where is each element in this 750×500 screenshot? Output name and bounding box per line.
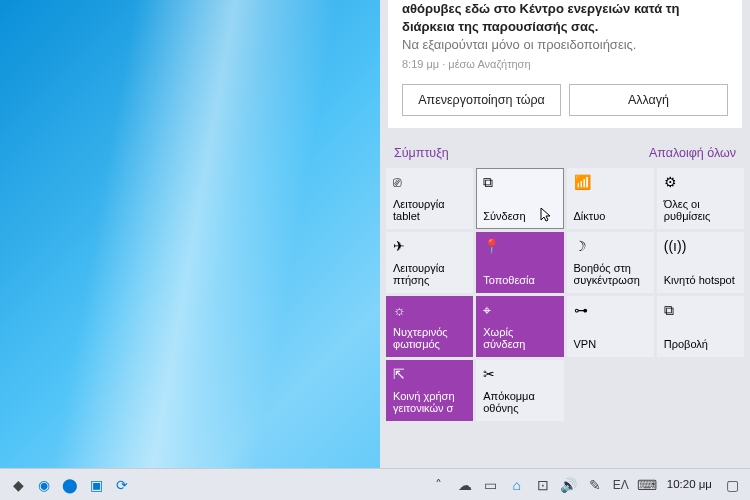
tray-app-icon-1[interactable]: ◆ bbox=[6, 473, 30, 497]
tile-all-settings[interactable]: ⚙ Όλες οι ρυθμίσεις bbox=[657, 168, 744, 229]
moon-icon: ☽ bbox=[574, 238, 647, 256]
tray-app-icon-4[interactable]: ▣ bbox=[84, 473, 108, 497]
tile-night-light[interactable]: ☼ Νυχτερινός φωτισμός bbox=[386, 296, 473, 357]
tray-app-icon-5[interactable]: ⟳ bbox=[110, 473, 134, 497]
tile-vpn[interactable]: ⊶ VPN bbox=[567, 296, 654, 357]
network-icon: 📶 bbox=[574, 174, 647, 192]
tray-clock[interactable]: 10:20 μμ bbox=[661, 478, 718, 491]
tile-location[interactable]: 📍 Τοποθεσία bbox=[476, 232, 563, 293]
airplane-icon: ✈ bbox=[393, 238, 466, 256]
tray-app-icon-2[interactable]: ◉ bbox=[32, 473, 56, 497]
connect-icon: ⧉ bbox=[483, 174, 556, 192]
tile-tablet-mode[interactable]: ⎚ Λειτουργία tablet bbox=[386, 168, 473, 229]
quick-actions-grid: ⎚ Λειτουργία tablet ⧉ Σύνδεση 📶 Δίκτυο ⚙… bbox=[380, 168, 750, 468]
clear-all-link[interactable]: Απαλοιφή όλων bbox=[649, 146, 736, 160]
collapse-link[interactable]: Σύμπτυξη bbox=[394, 146, 449, 160]
bluetooth-icon: ⌖ bbox=[483, 302, 556, 320]
tray-app-icon-3[interactable]: ⬤ bbox=[58, 473, 82, 497]
night-light-icon: ☼ bbox=[393, 302, 466, 320]
hotspot-icon: ((ı)) bbox=[664, 238, 737, 256]
notification-change-button[interactable]: Αλλαγή bbox=[569, 84, 728, 116]
snip-icon: ✂ bbox=[483, 366, 556, 384]
tray-action-center-icon[interactable]: ▢ bbox=[720, 473, 744, 497]
taskbar: ◆ ◉ ⬤ ▣ ⟳ ˄ ☁ ▭ ⌂ ⊡ 🔊 ✎ ΕΛ ⌨ 10:20 μμ ▢ bbox=[0, 468, 750, 500]
tile-bluetooth[interactable]: ⌖ Χωρίς σύνδεση bbox=[476, 296, 563, 357]
tablet-icon: ⎚ bbox=[393, 174, 466, 192]
tile-mobile-hotspot[interactable]: ((ı)) Κινητό hotspot bbox=[657, 232, 744, 293]
tile-project[interactable]: ⧉ Προβολή bbox=[657, 296, 744, 357]
notification-disable-button[interactable]: Απενεργοποίηση τώρα bbox=[402, 84, 561, 116]
desktop-wallpaper bbox=[0, 0, 370, 468]
tile-screen-snip[interactable]: ✂ Απόκομμα οθόνης bbox=[476, 360, 563, 421]
notification-meta: 8:19 μμ · μέσω Αναζήτηση bbox=[402, 58, 728, 70]
notification-card: αθόρυβες εδώ στο Κέντρο ενεργειών κατά τ… bbox=[388, 0, 742, 128]
project-icon: ⧉ bbox=[664, 302, 737, 320]
tray-meet-icon[interactable]: ▭ bbox=[479, 473, 503, 497]
notification-text-bold: αθόρυβες εδώ στο Κέντρο ενεργειών κατά τ… bbox=[402, 0, 728, 35]
gear-icon: ⚙ bbox=[664, 174, 737, 192]
tray-pen-icon[interactable]: ✎ bbox=[583, 473, 607, 497]
tray-chevron-icon[interactable]: ˄ bbox=[427, 473, 451, 497]
vpn-icon: ⊶ bbox=[574, 302, 647, 320]
tray-network-icon[interactable]: ⊡ bbox=[531, 473, 555, 497]
tray-security-icon[interactable]: ⌂ bbox=[505, 473, 529, 497]
tile-network[interactable]: 📶 Δίκτυο bbox=[567, 168, 654, 229]
tile-nearby-sharing[interactable]: ⇱ Κοινή χρήση γειτονικών σ bbox=[386, 360, 473, 421]
tray-onedrive-icon[interactable]: ☁ bbox=[453, 473, 477, 497]
tile-airplane-mode[interactable]: ✈ Λειτουργία πτήσης bbox=[386, 232, 473, 293]
action-center-panel: αθόρυβες εδώ στο Κέντρο ενεργειών κατά τ… bbox=[380, 0, 750, 468]
tile-focus-assist[interactable]: ☽ Βοηθός στη συγκέντρωση bbox=[567, 232, 654, 293]
share-icon: ⇱ bbox=[393, 366, 466, 384]
tray-volume-icon[interactable]: 🔊 bbox=[557, 473, 581, 497]
tray-language[interactable]: ΕΛ bbox=[609, 473, 633, 497]
tile-connect[interactable]: ⧉ Σύνδεση bbox=[476, 168, 563, 229]
location-icon: 📍 bbox=[483, 238, 556, 256]
notification-text-sub: Να εξαιρούνται μόνο οι προειδοποιήσεις. bbox=[402, 37, 728, 52]
tray-keyboard-icon[interactable]: ⌨ bbox=[635, 473, 659, 497]
